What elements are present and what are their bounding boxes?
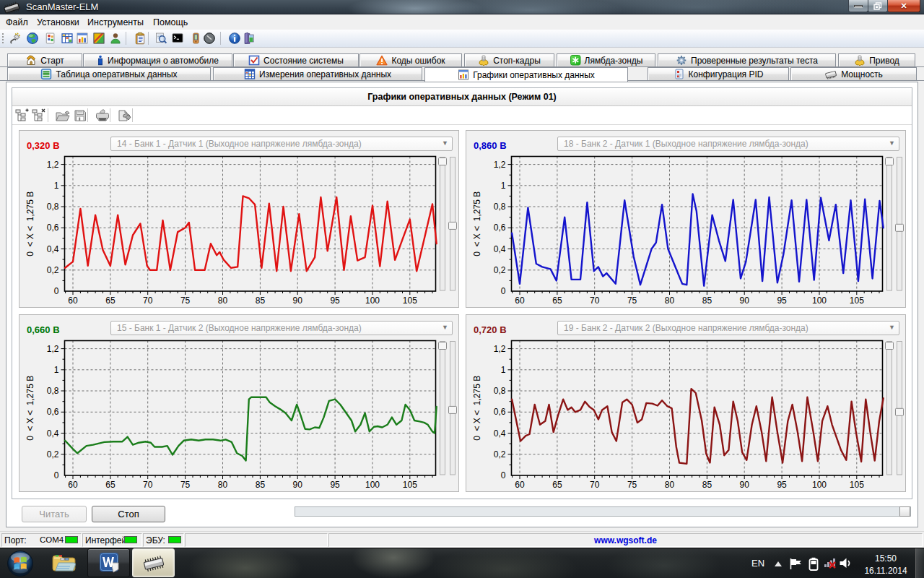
svg-text:95: 95: [777, 296, 787, 306]
svg-text:0,6: 0,6: [494, 223, 506, 233]
svg-text:65: 65: [552, 480, 562, 490]
svg-text:80: 80: [218, 480, 228, 490]
svg-text:100: 100: [365, 480, 380, 490]
svg-text:0 < X < 1,275 В: 0 < X < 1,275 В: [472, 376, 482, 441]
svg-text:1: 1: [54, 365, 59, 375]
svg-text:1,2: 1,2: [494, 344, 506, 354]
svg-text:80: 80: [218, 296, 228, 306]
svg-text:85: 85: [702, 296, 712, 306]
svg-text:60: 60: [68, 480, 78, 490]
svg-text:60: 60: [515, 480, 525, 490]
svg-text:0,6: 0,6: [47, 407, 59, 417]
svg-text:90: 90: [740, 296, 750, 306]
svg-text:1: 1: [54, 181, 59, 191]
svg-text:100: 100: [365, 296, 380, 306]
svg-text:70: 70: [590, 480, 600, 490]
svg-text:90: 90: [293, 480, 303, 490]
svg-text:80: 80: [665, 296, 675, 306]
svg-text:70: 70: [590, 296, 600, 306]
svg-text:105: 105: [403, 296, 417, 306]
svg-text:1,2: 1,2: [494, 160, 506, 170]
svg-text:85: 85: [702, 480, 712, 490]
svg-text:0 < X < 1,275 В: 0 < X < 1,275 В: [472, 191, 482, 256]
svg-text:75: 75: [180, 296, 191, 306]
svg-text:105: 105: [403, 480, 417, 490]
svg-text:1,2: 1,2: [47, 344, 59, 354]
svg-text:0 < X < 1,275 В: 0 < X < 1,275 В: [25, 191, 35, 256]
svg-text:105: 105: [850, 480, 864, 490]
svg-text:0: 0: [54, 470, 59, 480]
svg-text:60: 60: [515, 296, 525, 306]
svg-text:0,4: 0,4: [47, 428, 59, 439]
svg-text:0,8: 0,8: [47, 386, 59, 396]
svg-text:0,6: 0,6: [494, 407, 506, 417]
svg-text:75: 75: [627, 296, 637, 306]
svg-text:0,8: 0,8: [494, 202, 506, 212]
svg-text:1,2: 1,2: [47, 160, 59, 170]
svg-text:105: 105: [850, 296, 864, 306]
svg-text:60: 60: [68, 296, 78, 306]
svg-text:80: 80: [665, 480, 675, 490]
svg-text:0: 0: [54, 286, 59, 296]
svg-text:100: 100: [812, 480, 827, 490]
svg-text:0 < X < 1,275 В: 0 < X < 1,275 В: [25, 376, 35, 441]
svg-text:65: 65: [105, 296, 116, 306]
svg-text:65: 65: [105, 480, 116, 490]
svg-text:0,4: 0,4: [494, 428, 506, 439]
svg-text:65: 65: [552, 296, 562, 306]
svg-text:1: 1: [501, 181, 506, 191]
svg-text:0: 0: [501, 286, 506, 296]
svg-text:85: 85: [256, 480, 266, 490]
svg-text:0,8: 0,8: [494, 386, 506, 396]
svg-text:0,2: 0,2: [47, 449, 59, 460]
svg-text:95: 95: [330, 296, 340, 306]
svg-text:95: 95: [330, 480, 340, 490]
svg-text:0,4: 0,4: [47, 244, 59, 254]
svg-text:70: 70: [143, 480, 153, 490]
svg-text:90: 90: [740, 480, 750, 490]
svg-text:90: 90: [293, 296, 303, 306]
svg-text:0,2: 0,2: [47, 265, 59, 275]
svg-text:0: 0: [501, 470, 506, 480]
svg-text:100: 100: [812, 296, 827, 306]
svg-text:70: 70: [143, 296, 153, 306]
svg-text:95: 95: [777, 480, 787, 490]
svg-text:1: 1: [501, 365, 506, 375]
svg-text:75: 75: [180, 480, 191, 490]
svg-text:0,4: 0,4: [494, 244, 506, 254]
svg-text:0,8: 0,8: [47, 202, 59, 212]
svg-text:75: 75: [627, 480, 637, 490]
svg-text:0,6: 0,6: [47, 223, 59, 233]
svg-text:85: 85: [256, 296, 266, 306]
svg-text:0,2: 0,2: [494, 449, 506, 460]
svg-text:0,2: 0,2: [494, 265, 506, 275]
